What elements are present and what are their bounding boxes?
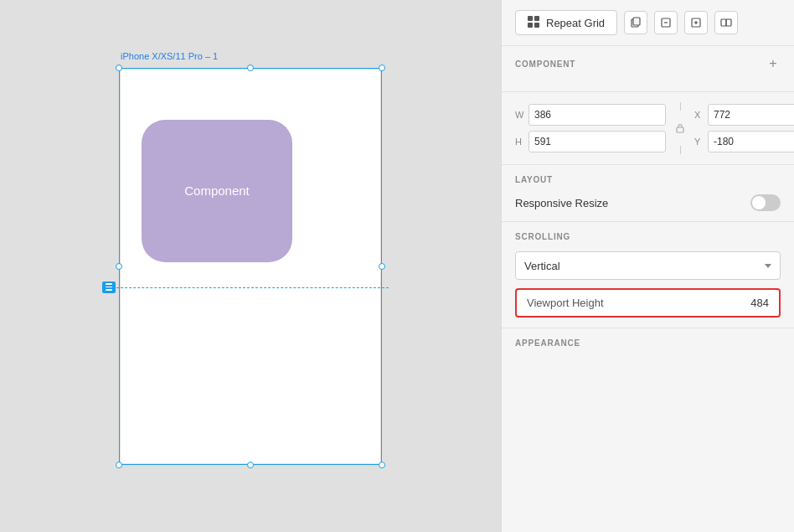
component-section-title: COMPONENT [515,59,575,69]
viewport-height-value: 484 [750,297,769,309]
scroll-type-dropdown[interactable]: Vertical [515,251,781,280]
appearance-section-title: APPEARANCE [515,338,580,348]
component-shape: Component [142,120,292,262]
viewport-line [104,287,389,288]
lock-icon [674,122,686,134]
toolbar-row: Repeat Grid [502,0,794,46]
x-label: X [694,110,704,120]
layout-section-title: LAYOUT [515,175,553,184]
handle-top-center[interactable] [247,65,254,71]
handle-bottom-right[interactable] [379,462,385,468]
handle-middle-right[interactable] [379,263,385,270]
svg-rect-8 [726,19,731,26]
grid-icon [528,16,541,29]
viewport-handle[interactable] [102,281,116,293]
responsive-resize-toggle[interactable] [750,194,781,211]
component-section-header: COMPONENT + [515,56,781,71]
copy-icon-btn-1[interactable] [624,11,647,34]
chevron-down-icon [765,264,771,268]
handle-top-left[interactable] [116,65,122,71]
scrolling-section: SCROLLING Vertical Viewport Height 484 [502,222,794,328]
viewport-handle-icon [106,283,112,291]
scrolling-section-header: SCROLLING [515,232,781,241]
appearance-section: APPEARANCE [502,328,794,368]
appearance-section-header: APPEARANCE [515,338,781,348]
component-label: Component [184,183,250,198]
width-input[interactable] [528,104,666,126]
copy-icon-btn-4[interactable] [714,11,738,34]
dimensions-section: W H X [502,92,794,165]
y-row: Y [694,131,794,152]
repeat-grid-button[interactable]: Repeat Grid [515,10,617,35]
responsive-resize-row: Responsive Resize [515,194,781,211]
h-label: H [515,137,525,147]
artboard-wrapper: iPhone X/XS/11 Pro – 1 Component [121,70,380,463]
x-input[interactable] [708,104,794,126]
svg-rect-9 [677,127,683,132]
artboard-label: iPhone X/XS/11 Pro – 1 [121,51,218,61]
scrolling-section-title: SCROLLING [515,232,570,241]
scroll-type-value: Vertical [524,260,560,272]
component-add-button[interactable]: + [766,56,781,71]
copy-icon-btn-3[interactable] [684,11,708,34]
component-section: COMPONENT + [502,46,794,92]
height-input[interactable] [528,131,666,152]
w-label: W [515,110,525,120]
canvas-area: iPhone X/XS/11 Pro – 1 Component [0,0,501,532]
y-input[interactable] [708,131,794,152]
handle-middle-left[interactable] [116,263,122,270]
height-row: H [515,131,666,152]
viewport-height-label: Viewport Height [527,297,604,309]
artboard[interactable]: Component [121,70,380,463]
handle-top-right[interactable] [379,65,385,71]
repeat-grid-label: Repeat Grid [546,17,605,29]
right-panel: Repeat Grid [501,0,794,532]
svg-rect-7 [721,19,726,26]
y-label: Y [694,137,704,147]
layout-section-header: LAYOUT [515,175,781,184]
handle-bottom-center[interactable] [247,462,254,468]
layout-section: LAYOUT Responsive Resize [502,165,794,222]
handle-bottom-left[interactable] [116,462,122,468]
svg-rect-1 [633,18,640,25]
x-row: X [694,104,794,126]
viewport-height-row[interactable]: Viewport Height 484 [515,288,781,318]
copy-icon-btn-2[interactable] [654,11,678,34]
responsive-resize-label: Responsive Resize [515,197,608,209]
toggle-thumb [752,196,766,209]
width-row: W [515,104,666,126]
